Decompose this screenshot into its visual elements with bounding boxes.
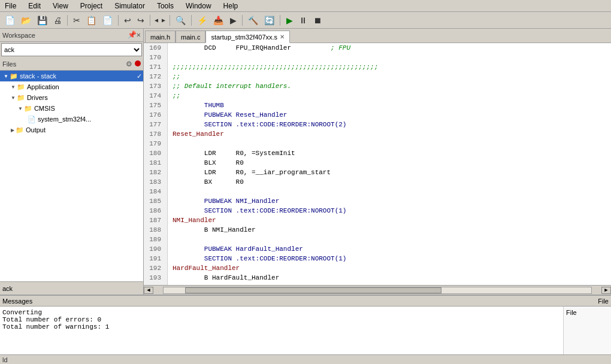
sep2 (118, 15, 119, 26)
code-line (173, 187, 611, 196)
save-btn[interactable]: 💾 (35, 14, 50, 27)
line-number: 174 (147, 91, 164, 101)
menubar-window[interactable]: Window (183, 1, 214, 11)
stop-btn[interactable]: ⏹ (311, 14, 324, 27)
expand-output-icon[interactable]: ▶ (11, 128, 14, 133)
search-btn[interactable]: 🔍 (173, 14, 188, 27)
copy-btn[interactable]: 📋 (84, 14, 99, 27)
close-workspace-icon[interactable]: ✕ (137, 31, 141, 40)
project-icon: 📁 (10, 72, 18, 80)
line-numbers: 1691701711721731741751761771781791801811… (144, 43, 168, 285)
workspace-header: Workspace 📌 ✕ (0, 29, 143, 42)
files-settings-icon[interactable]: ⚙ (126, 60, 132, 68)
file-system-icon: 📄 (28, 116, 36, 123)
tree-item-application[interactable]: ▼ 📁 Application (0, 81, 143, 92)
pause-btn[interactable]: ⏸ (297, 14, 310, 27)
tab-mainc-label: main.c (181, 34, 200, 41)
tree-item-system[interactable]: 📄 system_stm32f4... (0, 114, 143, 125)
build-btn[interactable]: 🔨 (246, 14, 261, 27)
code-lines[interactable]: DCD FPU_IRQHandler ; FPU;;;;;;;;;;;;;;;;… (168, 43, 611, 285)
tab-mainc[interactable]: main.c (176, 31, 205, 43)
code-editor: 1691701711721731741751761771781791801811… (144, 43, 611, 285)
redo-btn[interactable]: ↪ (135, 14, 147, 27)
rebuild-btn[interactable]: 🔄 (262, 14, 277, 27)
files-panel: Files ⚙ ▼ 📁 stack - stack ✓ ▼ � (0, 57, 143, 281)
nav-back-icon[interactable]: ◀ (153, 16, 159, 25)
sep5 (191, 15, 192, 26)
line-number: 173 (147, 81, 164, 91)
tab-mainh-label: main.h (150, 34, 170, 41)
message-line: Total number of errors: 0 (2, 316, 561, 323)
line-number: 185 (147, 196, 164, 206)
code-line: SECTION .text:CODE:REORDER:NOROOT(1) (173, 206, 611, 216)
tab-startup[interactable]: startup_stm32f407xx.s ✕ (205, 31, 290, 43)
code-line: PUBWEAK Reset_Handler (173, 110, 611, 120)
file-col-label: File (566, 309, 577, 316)
menubar: File Edit View Project Simulator Tools W… (0, 0, 611, 12)
expand-drivers-icon[interactable]: ▼ (11, 95, 16, 101)
flash-btn[interactable]: 📥 (211, 14, 226, 27)
expand-cmsis-icon[interactable]: ▼ (18, 106, 23, 111)
run-btn[interactable]: ▶ (283, 14, 295, 27)
code-line: BX R0 (173, 177, 611, 187)
tree-item-cmsis[interactable]: ▼ 📁 CMSIS (0, 103, 143, 114)
pin-icon[interactable]: 📌 (128, 31, 137, 40)
sep7 (280, 15, 280, 26)
sep4 (170, 15, 170, 26)
code-line: THUMB (173, 101, 611, 110)
bottom-toolbar: Messages File (0, 296, 611, 307)
line-number: 184 (147, 187, 164, 196)
menubar-edit[interactable]: Edit (26, 1, 43, 11)
menubar-view[interactable]: View (50, 1, 71, 11)
messages-panel[interactable]: ConvertingTotal number of errors: 0Total… (0, 307, 563, 354)
new-btn[interactable]: 📄 (2, 14, 17, 27)
workspace-select[interactable]: ack (2, 44, 141, 56)
target-btn[interactable]: ⚡ (195, 14, 210, 27)
code-line (173, 139, 611, 148)
menubar-simulator[interactable]: Simulator (112, 1, 147, 11)
menubar-project[interactable]: Project (78, 1, 105, 11)
left-panel: Workspace 📌 ✕ ack Files ⚙ ▼ � (0, 29, 144, 295)
line-number: 191 (147, 254, 164, 263)
workspace-dropdown[interactable]: ack (1, 43, 142, 56)
tree-item-stack[interactable]: ▼ 📁 stack - stack ✓ (0, 71, 143, 81)
nav-fwd-icon[interactable]: ▶ (161, 16, 167, 25)
main-area: Workspace 📌 ✕ ack Files ⚙ ▼ � (0, 29, 611, 295)
code-content[interactable]: 1691701711721731741751761771781791801811… (144, 43, 611, 285)
menubar-file[interactable]: File (2, 1, 19, 11)
code-line: Reset_Handler (173, 129, 611, 139)
expand-app-icon[interactable]: ▼ (11, 84, 16, 90)
menubar-help[interactable]: Help (221, 1, 241, 11)
tree-item-output[interactable]: ▶ 📁 Output (0, 125, 143, 135)
tree-label-drivers: Drivers (27, 94, 48, 101)
tab-mainh[interactable]: main.h (145, 31, 176, 43)
tree-label-cmsis: CMSIS (34, 105, 55, 112)
message-line: Total number of warnings: 1 (2, 323, 561, 330)
code-line: SECTION .text:CODE:REORDER:NOROOT(2) (173, 120, 611, 129)
cut-btn[interactable]: ✂ (71, 14, 83, 27)
code-line: DCD FPU_IRQHandler ; FPU (173, 43, 611, 53)
line-number: 187 (147, 216, 164, 225)
tree-item-drivers[interactable]: ▼ 📁 Drivers (0, 92, 143, 103)
code-line: ;; (173, 72, 611, 81)
tree-label-app: Application (27, 83, 59, 90)
folder-cmsis-icon: 📁 (24, 105, 32, 113)
code-line (173, 53, 611, 62)
line-number: 183 (147, 177, 164, 187)
undo-btn[interactable]: ↩ (122, 14, 134, 27)
expand-stack-icon[interactable]: ▼ (4, 74, 8, 79)
h-scroll-track[interactable] (163, 287, 592, 294)
tab-bar: main.h main.c startup_stm32f407xx.s ✕ (144, 29, 611, 43)
scroll-right-icon[interactable]: ▶ (601, 287, 611, 294)
debug-btn[interactable]: ▶ (227, 14, 239, 27)
line-number: 189 (147, 235, 164, 244)
h-scroll-thumb[interactable] (185, 287, 441, 293)
menubar-tools[interactable]: Tools (155, 1, 176, 11)
paste-btn[interactable]: 📄 (100, 14, 115, 27)
code-line: B HardFault_Handler (173, 273, 611, 283)
tab-close-icon[interactable]: ✕ (280, 34, 285, 40)
sep1 (67, 15, 68, 26)
scroll-left-icon[interactable]: ◀ (144, 287, 153, 294)
open-btn[interactable]: 📂 (19, 14, 34, 27)
print-btn[interactable]: 🖨 (51, 14, 64, 27)
